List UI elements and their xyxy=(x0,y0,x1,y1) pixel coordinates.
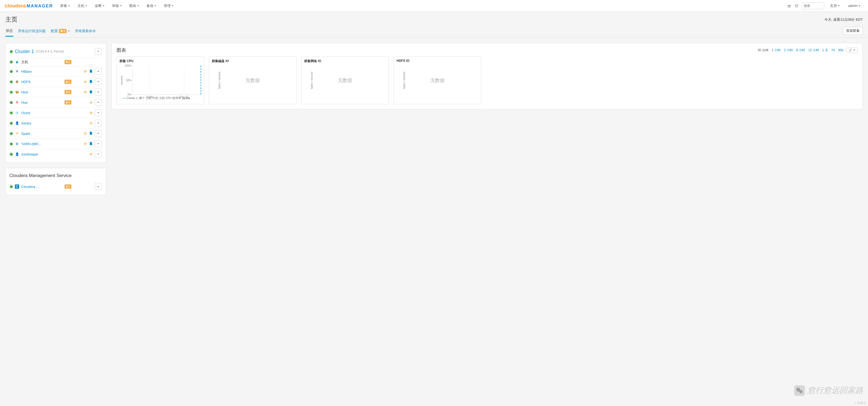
time-range-5[interactable]: 1 天 xyxy=(823,48,828,53)
svc-actions: ⟳ xyxy=(78,121,93,125)
restart-icon[interactable]: ⟳ xyxy=(90,152,93,156)
service-actions-dropdown[interactable] xyxy=(95,99,102,106)
tab-commands[interactable]: 所有最新命令 xyxy=(74,27,96,36)
nav-item-0[interactable]: 群集 xyxy=(58,2,73,10)
restart-icon[interactable]: ⟳ xyxy=(90,100,93,104)
service-link[interactable]: ZooKeeper xyxy=(21,152,62,156)
nav-item-5[interactable]: 备份 xyxy=(144,2,159,10)
time-range-6[interactable]: 7d xyxy=(831,48,835,52)
cluster-header: Cluster 1 (CDH 5.4.3, Parcel) xyxy=(9,46,102,58)
caret-icon xyxy=(97,102,99,103)
stale-config-icon[interactable] xyxy=(89,69,93,74)
cluster-actions-dropdown[interactable] xyxy=(95,48,102,55)
service-list: ≣主机✖1HHBase⟳⊞HDFS✖1⟳🐝Hive✖3⟳HHue✖1⟳◷Oozi… xyxy=(9,58,102,159)
tab-status[interactable]: 状态 xyxy=(5,26,13,37)
config-warn-badge[interactable]: ✖1 xyxy=(64,100,71,104)
nav-item-4[interactable]: 图表 xyxy=(127,2,142,10)
service-actions-dropdown[interactable] xyxy=(95,68,102,75)
restart-icon[interactable]: ⟳ xyxy=(90,111,93,115)
tab-config[interactable]: 配置 ✖ 8 xyxy=(51,27,70,36)
service-link[interactable]: Hive xyxy=(21,90,62,94)
time-range-3[interactable]: 6 小时 xyxy=(796,48,805,53)
parcel-icon[interactable] xyxy=(795,4,799,8)
caret-icon xyxy=(97,154,99,155)
service-actions-dropdown[interactable] xyxy=(95,140,102,147)
cluster-name-link[interactable]: Cluster 1 xyxy=(15,49,34,54)
time-range-2[interactable]: 2 小时 xyxy=(784,48,793,53)
gift-icon[interactable] xyxy=(787,4,791,8)
stale-config-icon[interactable] xyxy=(89,90,93,94)
chart-card[interactable]: 群集磁盘 IObytes / second无数据 xyxy=(209,57,297,104)
mgmt-service-link[interactable]: Cloudera ... xyxy=(21,185,62,189)
service-link[interactable]: Spark xyxy=(21,132,62,135)
service-link[interactable]: Sentry xyxy=(21,121,62,125)
caret-icon xyxy=(172,5,174,6)
service-link[interactable]: Hue xyxy=(21,100,62,104)
time-range-7[interactable]: 30d xyxy=(838,48,843,52)
add-cluster-button[interactable]: 添加群集 xyxy=(843,27,863,35)
nav-item-1[interactable]: 主机 xyxy=(75,2,90,10)
nav-item-label: 备份 xyxy=(147,3,153,8)
service-link[interactable]: HBase xyxy=(21,69,62,73)
time-range-4[interactable]: 12 小时 xyxy=(808,48,819,53)
caret-icon xyxy=(97,71,99,72)
service-link[interactable]: 主机 xyxy=(21,60,62,64)
service-row: HHue✖1⟳ xyxy=(9,97,102,108)
mgmt-actions-dropdown[interactable] xyxy=(95,183,102,190)
caret-icon xyxy=(85,5,87,6)
config-warn-badge[interactable]: ✖ 2 xyxy=(64,184,71,189)
restart-icon[interactable]: ⟳ xyxy=(84,142,87,146)
user-menu[interactable]: admin xyxy=(846,2,863,9)
config-warn-badge[interactable]: ✖1 xyxy=(64,80,71,84)
nav-item-2[interactable]: 诊断 xyxy=(92,2,107,10)
config-badge: ✖ 8 xyxy=(59,29,67,33)
nav-item-label: 审核 xyxy=(112,3,119,8)
content: Cluster 1 (CDH 5.4.3, Parcel) ≣主机✖1HHBas… xyxy=(0,38,868,200)
stale-config-icon[interactable] xyxy=(89,142,93,146)
config-warn-badge[interactable]: ✖3 xyxy=(64,90,71,94)
service-actions-dropdown[interactable] xyxy=(95,78,102,85)
service-row: ≣主机✖1 xyxy=(9,58,102,66)
brand-logo[interactable]: cloudera MANAGER xyxy=(5,3,53,9)
no-data-label: 无数据 xyxy=(338,77,352,84)
service-actions-dropdown[interactable] xyxy=(95,120,102,127)
support-menu[interactable]: 支持 xyxy=(827,2,842,10)
charts-panel: 图表 30 分钟1 小时2 小时6 小时12 小时1 天7d30d 群集 CPU… xyxy=(112,43,863,109)
caret-icon xyxy=(102,5,104,6)
service-link[interactable]: YARN (MR... xyxy=(21,142,62,146)
tabs-row: 状态 所有运行状况问题 配置 ✖ 8 所有最新命令 添加群集 xyxy=(0,25,868,38)
service-icon: 👤 xyxy=(15,121,19,125)
chart-card[interactable]: 群集 CPUpercent0%50%100%11:45Thu 17—Cluste… xyxy=(117,57,204,104)
service-actions-dropdown[interactable] xyxy=(95,151,102,158)
restart-icon[interactable]: ⟳ xyxy=(84,90,87,94)
tab-health[interactable]: 所有运行状况问题 xyxy=(18,27,46,36)
service-actions-dropdown[interactable] xyxy=(95,109,102,116)
svc-actions: ⟳ xyxy=(78,90,93,94)
config-warn-badge[interactable]: ✖1 xyxy=(64,60,71,64)
time-range-1[interactable]: 1 小时 xyxy=(772,48,781,53)
nav-item-3[interactable]: 审核 xyxy=(110,2,124,10)
status-dot-icon xyxy=(10,70,13,73)
restart-icon[interactable]: ⟳ xyxy=(84,69,87,73)
restart-icon[interactable]: ⟳ xyxy=(84,80,87,84)
cpu-chart-area: 0%50%100%11:45Thu 17 xyxy=(132,66,201,95)
svc-badge-col: ✖1 xyxy=(64,80,76,84)
chart-edit-button[interactable] xyxy=(846,48,858,53)
time-range-0[interactable]: 30 分钟 xyxy=(757,48,769,53)
chart-card[interactable]: HDFS IObytes / second无数据 xyxy=(394,57,481,104)
search-input[interactable] xyxy=(802,2,824,9)
stale-config-icon[interactable] xyxy=(89,80,93,84)
chart-card[interactable]: 群集网络 IObytes / second无数据 xyxy=(301,57,389,104)
restart-icon[interactable]: ⟳ xyxy=(90,121,93,125)
service-actions-dropdown[interactable] xyxy=(95,89,102,96)
service-link[interactable]: HDFS xyxy=(21,80,62,84)
stale-config-icon[interactable] xyxy=(89,131,93,136)
restart-icon[interactable]: ⟳ xyxy=(84,132,87,135)
charts-grid: 群集 CPUpercent0%50%100%11:45Thu 17—Cluste… xyxy=(117,57,858,104)
service-link[interactable]: Oozie xyxy=(21,111,62,115)
service-actions-dropdown[interactable] xyxy=(95,130,102,137)
chart-card-title: 群集磁盘 IO xyxy=(212,59,293,63)
status-dot-icon xyxy=(10,132,13,135)
nav-item-6[interactable]: 管理 xyxy=(161,2,176,10)
mgmt-title: Cloudera Management Service xyxy=(9,171,102,182)
